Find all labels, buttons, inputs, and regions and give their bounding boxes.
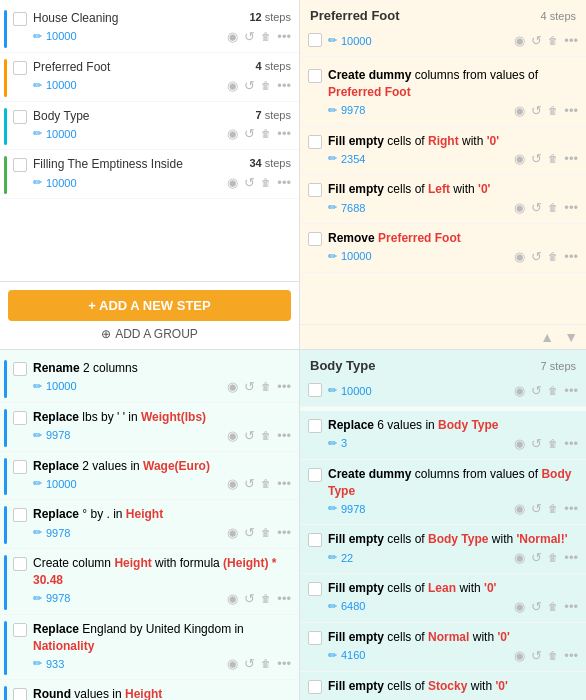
down-icon[interactable]: ▼ — [564, 329, 578, 345]
step-checkbox[interactable] — [13, 460, 27, 474]
refresh-icon[interactable]: ↺ — [531, 697, 542, 700]
refresh-icon[interactable]: ↺ — [244, 379, 255, 394]
add-step-button[interactable]: + ADD A NEW STEP — [8, 290, 291, 321]
refresh-icon[interactable]: ↺ — [244, 78, 255, 93]
dots-icon[interactable]: ••• — [564, 436, 578, 451]
dots-icon[interactable]: ••• — [564, 103, 578, 118]
eye-icon[interactable]: ◉ — [227, 78, 238, 93]
trash-icon[interactable]: 🗑 — [548, 552, 558, 563]
trash-icon[interactable]: 🗑 — [548, 650, 558, 661]
refresh-icon[interactable]: ↺ — [531, 501, 542, 516]
refresh-icon[interactable]: ↺ — [244, 591, 255, 606]
refresh-icon[interactable]: ↺ — [531, 436, 542, 451]
eye-icon[interactable]: ◉ — [514, 103, 525, 118]
dots-icon[interactable]: ••• — [277, 656, 291, 671]
dots-icon[interactable]: ••• — [564, 599, 578, 614]
step-checkbox[interactable] — [308, 135, 322, 149]
eye-icon[interactable]: ◉ — [514, 151, 525, 166]
eye-icon[interactable]: ◉ — [514, 550, 525, 565]
eye-icon[interactable]: ◉ — [514, 599, 525, 614]
eye-icon[interactable]: ◉ — [514, 249, 525, 264]
trash-icon[interactable]: 🗑 — [261, 177, 271, 188]
step-checkbox[interactable] — [308, 183, 322, 197]
refresh-icon-br[interactable]: ↺ — [531, 383, 542, 398]
dots-icon[interactable]: ••• — [277, 379, 291, 394]
eye-icon[interactable]: ◉ — [227, 126, 238, 141]
trash-icon[interactable]: 🗑 — [548, 503, 558, 514]
dots-icon[interactable]: ••• — [564, 697, 578, 700]
trash-icon[interactable]: 🗑 — [548, 35, 558, 46]
eye-icon[interactable]: ◉ — [227, 525, 238, 540]
trash-icon[interactable]: 🗑 — [548, 251, 558, 262]
trash-icon[interactable]: 🗑 — [261, 658, 271, 669]
add-group-button[interactable]: ⊕ ADD A GROUP — [8, 327, 291, 341]
trash-icon[interactable]: 🗑 — [261, 430, 271, 441]
refresh-icon[interactable]: ↺ — [531, 103, 542, 118]
eye-icon[interactable]: ◉ — [227, 379, 238, 394]
step-checkbox[interactable] — [13, 12, 27, 26]
refresh-icon[interactable]: ↺ — [244, 525, 255, 540]
step-checkbox[interactable] — [13, 557, 27, 571]
step-checkbox[interactable] — [308, 232, 322, 246]
trash-icon[interactable]: 🗑 — [548, 105, 558, 116]
step-checkbox[interactable] — [13, 61, 27, 75]
trash-icon-br[interactable]: 🗑 — [548, 385, 558, 396]
refresh-icon[interactable]: ↺ — [244, 126, 255, 141]
refresh-icon[interactable]: ↺ — [244, 476, 255, 491]
trash-icon[interactable]: 🗑 — [548, 202, 558, 213]
eye-icon[interactable]: ◉ — [514, 697, 525, 700]
dots-icon[interactable]: ••• — [277, 78, 291, 93]
trash-icon[interactable]: 🗑 — [261, 128, 271, 139]
trash-icon[interactable]: 🗑 — [261, 381, 271, 392]
dots-icon[interactable]: ••• — [564, 33, 578, 48]
eye-icon[interactable]: ◉ — [514, 648, 525, 663]
refresh-icon[interactable]: ↺ — [531, 151, 542, 166]
refresh-icon[interactable]: ↺ — [244, 175, 255, 190]
eye-icon[interactable]: ◉ — [227, 591, 238, 606]
dots-icon-br[interactable]: ••• — [564, 383, 578, 398]
step-checkbox[interactable] — [308, 533, 322, 547]
step-checkbox[interactable] — [13, 411, 27, 425]
refresh-icon[interactable]: ↺ — [531, 550, 542, 565]
dots-icon[interactable]: ••• — [564, 249, 578, 264]
refresh-icon[interactable]: ↺ — [531, 33, 542, 48]
up-icon[interactable]: ▲ — [540, 329, 554, 345]
step-checkbox[interactable] — [13, 158, 27, 172]
step-checkbox[interactable] — [13, 688, 27, 700]
dots-icon[interactable]: ••• — [564, 151, 578, 166]
trash-icon[interactable]: 🗑 — [548, 438, 558, 449]
refresh-icon[interactable]: ↺ — [244, 428, 255, 443]
dots-icon[interactable]: ••• — [564, 550, 578, 565]
trash-icon[interactable]: 🗑 — [261, 80, 271, 91]
eye-icon-br[interactable]: ◉ — [514, 383, 525, 398]
dots-icon[interactable]: ••• — [277, 29, 291, 44]
step-checkbox[interactable] — [308, 419, 322, 433]
eye-icon[interactable]: ◉ — [227, 476, 238, 491]
dots-icon[interactable]: ••• — [277, 428, 291, 443]
eye-icon[interactable]: ◉ — [227, 656, 238, 671]
refresh-icon[interactable]: ↺ — [531, 249, 542, 264]
dots-icon[interactable]: ••• — [564, 501, 578, 516]
eye-icon[interactable]: ◉ — [514, 200, 525, 215]
trash-icon[interactable]: 🗑 — [261, 31, 271, 42]
refresh-icon[interactable]: ↺ — [531, 599, 542, 614]
eye-icon[interactable]: ◉ — [514, 501, 525, 516]
dots-icon[interactable]: ••• — [277, 591, 291, 606]
header-checkbox[interactable] — [308, 33, 322, 47]
trash-icon[interactable]: 🗑 — [548, 601, 558, 612]
refresh-icon[interactable]: ↺ — [531, 648, 542, 663]
step-checkbox[interactable] — [308, 582, 322, 596]
trash-icon[interactable]: 🗑 — [261, 478, 271, 489]
step-checkbox[interactable] — [13, 362, 27, 376]
step-checkbox[interactable] — [308, 631, 322, 645]
dots-icon[interactable]: ••• — [277, 175, 291, 190]
trash-icon[interactable]: 🗑 — [261, 593, 271, 604]
eye-icon[interactable]: ◉ — [227, 175, 238, 190]
eye-icon[interactable]: ◉ — [227, 428, 238, 443]
eye-icon[interactable]: ◉ — [514, 436, 525, 451]
step-checkbox[interactable] — [13, 623, 27, 637]
step-checkbox[interactable] — [308, 468, 322, 482]
eye-icon[interactable]: ◉ — [514, 33, 525, 48]
dots-icon[interactable]: ••• — [277, 126, 291, 141]
step-checkbox[interactable] — [13, 508, 27, 522]
